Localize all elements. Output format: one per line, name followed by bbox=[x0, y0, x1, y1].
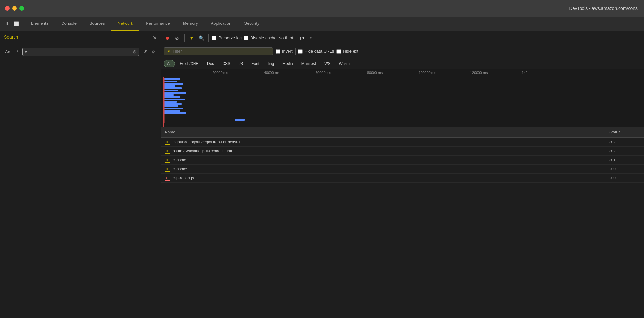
row-status-cell: 301 bbox=[605, 158, 644, 162]
window-title: DevTools - aws.amazon.com/cons bbox=[569, 6, 638, 11]
network-toolbar: ⏺ ⊘ ▼ 🔍 Preserve log Disable cache No th… bbox=[161, 31, 644, 45]
table-row[interactable]: ≡ logout!doLogout?region=ap-northeast-1 … bbox=[161, 138, 644, 147]
timeline: 20000 ms 40000 ms 60000 ms 80000 ms 1000… bbox=[161, 69, 644, 127]
tab-network[interactable]: Network bbox=[111, 17, 140, 31]
row-name-cell: ≡ console/ bbox=[161, 167, 605, 172]
type-btn-fetch-xhr[interactable]: Fetch/XHR bbox=[176, 60, 202, 67]
preserve-log-checkbox[interactable] bbox=[212, 36, 216, 40]
row-name-cell: ≡ oauth?Action=logout&redirect_uri= bbox=[161, 149, 605, 154]
svg-rect-2 bbox=[164, 81, 177, 82]
svg-rect-8 bbox=[164, 94, 174, 96]
svg-rect-18 bbox=[164, 78, 165, 123]
svg-rect-1 bbox=[164, 78, 180, 80]
search-input[interactable] bbox=[25, 50, 131, 54]
svg-rect-3 bbox=[164, 83, 183, 85]
tab-sources[interactable]: Sources bbox=[83, 17, 111, 31]
type-btn-font[interactable]: Font bbox=[248, 60, 263, 67]
close-button[interactable] bbox=[5, 6, 10, 11]
column-header-name: Name bbox=[161, 130, 605, 134]
svg-rect-13 bbox=[164, 105, 178, 107]
hide-ext-label[interactable]: Hide ext bbox=[336, 49, 358, 54]
row-name-cell: ⟨⟩ csp-report.js bbox=[161, 176, 605, 181]
traffic-lights bbox=[5, 6, 24, 11]
clear-search-icon[interactable]: ⊗ bbox=[133, 49, 137, 54]
svg-rect-9 bbox=[164, 96, 180, 98]
search-panel: Search ✕ Aa .* ⊗ ↺ ⊘ bbox=[0, 31, 161, 318]
filter-button[interactable]: ▼ bbox=[188, 34, 195, 42]
row-status-cell: 200 bbox=[605, 176, 644, 180]
filter-divider-1 bbox=[295, 48, 296, 55]
table-row[interactable]: ≡ oauth?Action=logout&redirect_uri= 302 bbox=[161, 147, 644, 156]
table-header: Name Status bbox=[161, 127, 644, 138]
type-btn-all[interactable]: All bbox=[164, 60, 175, 67]
clear-button[interactable]: ⊘ bbox=[173, 34, 181, 42]
case-sensitive-button[interactable]: Aa bbox=[4, 48, 12, 56]
title-bar: DevTools - aws.amazon.com/cons bbox=[0, 0, 644, 17]
table-row[interactable]: ≡ console/ 200 bbox=[161, 165, 644, 174]
svg-rect-11 bbox=[164, 101, 177, 103]
tab-elements[interactable]: Elements bbox=[24, 17, 55, 31]
column-header-status: Status bbox=[605, 130, 644, 134]
search-button[interactable]: 🔍 bbox=[197, 34, 205, 42]
filter-input[interactable] bbox=[173, 49, 270, 54]
type-btn-manifest[interactable]: Manifest bbox=[298, 60, 319, 67]
row-name-cell: ≡ console bbox=[161, 158, 605, 163]
refresh-search-button[interactable]: ↺ bbox=[142, 48, 148, 56]
toolbar-divider-1 bbox=[184, 34, 185, 42]
type-btn-css[interactable]: CSS bbox=[219, 60, 234, 67]
tab-security[interactable]: Security bbox=[238, 17, 266, 31]
hide-data-urls-checkbox[interactable] bbox=[298, 49, 303, 54]
tab-performance[interactable]: Performance bbox=[139, 17, 176, 31]
svg-rect-15 bbox=[164, 110, 180, 112]
type-btn-ws[interactable]: WS bbox=[321, 60, 334, 67]
device-icon[interactable]: ⬜ bbox=[12, 20, 20, 28]
type-btn-js[interactable]: JS bbox=[235, 60, 247, 67]
devtools-container: ⠿ ⬜ Elements Console Sources Network Per… bbox=[0, 17, 644, 318]
throttle-select[interactable]: No throttling ▾ bbox=[279, 35, 305, 40]
type-btn-doc[interactable]: Doc bbox=[204, 60, 217, 67]
regex-button[interactable]: .* bbox=[14, 48, 20, 56]
filter-icon: ▼ bbox=[167, 50, 171, 53]
toolbar-divider-2 bbox=[208, 34, 209, 42]
row-status-cell: 302 bbox=[605, 149, 644, 153]
wifi-icon[interactable]: ≋ bbox=[307, 34, 314, 42]
svg-rect-17 bbox=[235, 119, 245, 121]
svg-rect-12 bbox=[164, 103, 182, 105]
tab-application[interactable]: Application bbox=[204, 17, 238, 31]
type-btn-img[interactable]: Img bbox=[264, 60, 278, 67]
table-row[interactable]: ≡ console 301 bbox=[161, 156, 644, 165]
table-row[interactable]: ⟨⟩ csp-report.js 200 bbox=[161, 174, 644, 183]
inspect-icon[interactable]: ⠿ bbox=[4, 20, 10, 28]
clear-results-button[interactable]: ⊘ bbox=[151, 48, 157, 56]
hide-data-urls-label[interactable]: Hide data URLs bbox=[298, 49, 334, 54]
svg-rect-6 bbox=[164, 90, 178, 91]
timeline-label-120000: 120000 ms bbox=[470, 71, 488, 75]
record-button[interactable]: ⏺ bbox=[164, 34, 171, 42]
invert-label[interactable]: Invert bbox=[276, 49, 293, 54]
type-btn-media[interactable]: Media bbox=[279, 60, 297, 67]
timeline-label-60000: 60000 ms bbox=[316, 71, 331, 75]
row-name-cell: ≡ logout!doLogout?region=ap-northeast-1 bbox=[161, 140, 605, 145]
timeline-label-100000: 100000 ms bbox=[419, 71, 436, 75]
svg-rect-16 bbox=[164, 112, 186, 114]
type-btn-wasm[interactable]: Wasm bbox=[336, 60, 354, 67]
type-filter-bar: All Fetch/XHR Doc CSS JS Font Img Media … bbox=[161, 58, 644, 69]
maximize-button[interactable] bbox=[19, 6, 24, 11]
disable-cache-checkbox[interactable] bbox=[244, 36, 248, 40]
search-close-button[interactable]: ✕ bbox=[153, 35, 157, 41]
tab-memory[interactable]: Memory bbox=[176, 17, 204, 31]
filter-input-wrapper: ▼ bbox=[164, 47, 273, 55]
svg-rect-14 bbox=[164, 108, 183, 109]
minimize-button[interactable] bbox=[12, 6, 17, 11]
js-icon: ⟨⟩ bbox=[165, 176, 170, 181]
tab-console[interactable]: Console bbox=[55, 17, 83, 31]
hide-ext-checkbox[interactable] bbox=[336, 49, 341, 54]
timeline-label-40000: 40000 ms bbox=[264, 71, 279, 75]
content-area: Search ✕ Aa .* ⊗ ↺ ⊘ ⏺ ⊘ ▼ � bbox=[0, 31, 644, 318]
invert-checkbox[interactable] bbox=[276, 49, 280, 54]
devtools-icons: ⠿ ⬜ bbox=[0, 17, 24, 31]
svg-rect-7 bbox=[164, 92, 186, 94]
disable-cache-label[interactable]: Disable cache bbox=[244, 35, 277, 40]
search-input-wrapper: ⊗ bbox=[22, 48, 139, 56]
preserve-log-label[interactable]: Preserve log bbox=[212, 35, 242, 40]
